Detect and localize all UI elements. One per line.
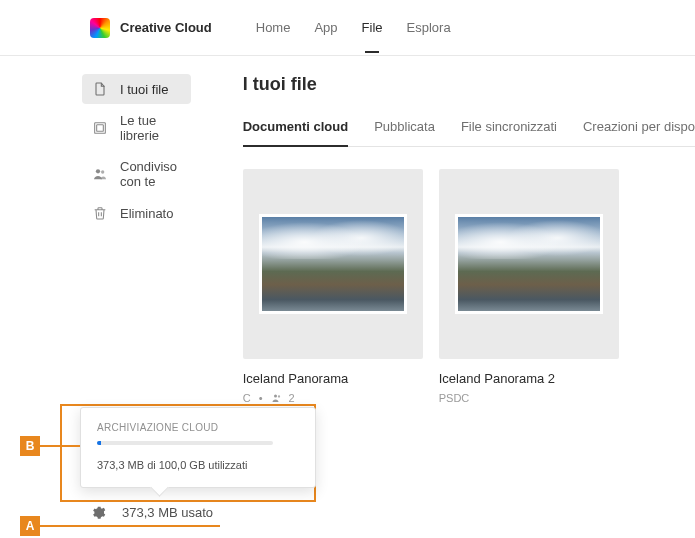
- file-name: Iceland Panorama 2: [439, 371, 619, 386]
- sidebar-item-libraries[interactable]: Le tue librerie: [82, 106, 191, 150]
- annotation-marker-b: B: [20, 436, 80, 456]
- file-meta: PSDC: [439, 392, 619, 404]
- annotation-line: [40, 445, 80, 447]
- separator-dot: [257, 392, 265, 404]
- sidebar-item-label: Le tue librerie: [120, 113, 181, 143]
- svg-rect-1: [97, 125, 104, 132]
- annotation-label-b: B: [20, 436, 40, 456]
- nav-home[interactable]: Home: [256, 2, 291, 53]
- sidebar-item-your-files[interactable]: I tuoi file: [82, 74, 191, 104]
- creative-cloud-logo-icon: [90, 18, 110, 38]
- trash-icon: [92, 205, 108, 221]
- storage-popover-title: ARCHIVIAZIONE CLOUD: [97, 422, 299, 433]
- sidebar-item-label: Eliminato: [120, 206, 173, 221]
- nav-esplora[interactable]: Esplora: [407, 2, 451, 53]
- libraries-icon: [92, 120, 108, 136]
- storage-popover: ARCHIVIAZIONE CLOUD 373,3 MB di 100,0 GB…: [80, 407, 316, 488]
- tabs: Documenti cloud Pubblicata File sincroni…: [243, 119, 695, 147]
- storage-progress-fill: [97, 441, 101, 445]
- svg-point-4: [274, 395, 277, 398]
- file-card[interactable]: Iceland Panorama C 2: [243, 169, 423, 404]
- file-grid: Iceland Panorama C 2 Iceland Panorama 2 …: [243, 169, 695, 404]
- tab-synced-files[interactable]: File sincronizzati: [461, 119, 557, 146]
- shared-icon: [271, 392, 283, 404]
- nav-app[interactable]: App: [314, 2, 337, 53]
- storage-popover-text: 373,3 MB di 100,0 GB utilizzati: [97, 459, 299, 471]
- nav-file[interactable]: File: [362, 2, 383, 53]
- tab-cloud-documents[interactable]: Documenti cloud: [243, 119, 348, 146]
- svg-point-3: [101, 170, 104, 173]
- main-area: I tuoi file Le tue librerie Condiviso co…: [0, 56, 695, 404]
- brand: Creative Cloud: [90, 18, 212, 38]
- storage-progress-track: [97, 441, 273, 445]
- file-card[interactable]: Iceland Panorama 2 PSDC: [439, 169, 619, 404]
- annotation-label-a: A: [20, 516, 40, 536]
- sidebar-item-label: Condiviso con te: [120, 159, 181, 189]
- sidebar: I tuoi file Le tue librerie Condiviso co…: [0, 74, 203, 404]
- file-name: Iceland Panorama: [243, 371, 423, 386]
- file-type-suffix: C: [243, 392, 251, 404]
- sidebar-item-deleted[interactable]: Eliminato: [82, 198, 191, 228]
- top-bar: Creative Cloud Home App File Esplora: [0, 0, 695, 56]
- file-thumbnail: [243, 169, 423, 359]
- sidebar-item-label: I tuoi file: [120, 82, 168, 97]
- people-icon: [92, 166, 108, 182]
- annotation-marker-a: A: [20, 516, 220, 536]
- annotation-line: [40, 525, 220, 527]
- tab-device-creations[interactable]: Creazioni per dispo: [583, 119, 695, 146]
- svg-point-5: [277, 395, 279, 397]
- shared-count: 2: [289, 392, 295, 404]
- file-icon: [92, 81, 108, 97]
- brand-name: Creative Cloud: [120, 20, 212, 35]
- tab-published[interactable]: Pubblicata: [374, 119, 435, 146]
- content-area: I tuoi file Documenti cloud Pubblicata F…: [203, 74, 695, 404]
- svg-point-2: [96, 169, 100, 173]
- file-type: PSDC: [439, 392, 470, 404]
- sidebar-item-shared[interactable]: Condiviso con te: [82, 152, 191, 196]
- page-title: I tuoi file: [243, 74, 695, 95]
- file-thumbnail: [439, 169, 619, 359]
- file-meta: C 2: [243, 392, 423, 404]
